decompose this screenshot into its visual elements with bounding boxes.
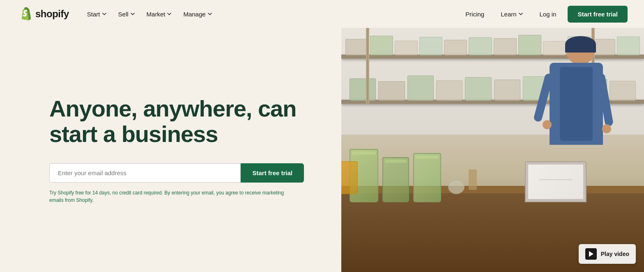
jar <box>610 81 636 101</box>
logo-link[interactable]: shopify <box>16 6 69 22</box>
logo-text: shopify <box>35 8 69 20</box>
jar <box>350 78 376 101</box>
nav-right: Pricing Learn Log in Start free trial <box>460 6 628 23</box>
jar <box>419 37 442 55</box>
hand-left <box>543 120 552 129</box>
laptop <box>525 161 586 202</box>
jar <box>370 36 393 55</box>
nav-start-trial-button[interactable]: Start free trial <box>568 6 628 23</box>
jar <box>395 41 418 55</box>
email-input[interactable] <box>49 163 241 183</box>
orange-jar <box>341 161 358 194</box>
jar <box>345 39 368 55</box>
navbar: shopify Start Sell Market Manage <box>0 0 644 28</box>
hero-title: Anyone, anywhere, can start a business <box>49 96 317 146</box>
shopify-logo-icon <box>16 6 32 22</box>
play-video-button[interactable]: Play video <box>579 244 636 264</box>
jar-lid <box>385 160 407 163</box>
chevron-down-icon <box>518 11 523 16</box>
hand-right <box>602 124 611 133</box>
nav-learn-link[interactable]: Learn <box>496 7 528 21</box>
bowl <box>448 180 465 194</box>
chevron-down-icon <box>167 11 172 16</box>
jar-lid <box>352 151 376 155</box>
jar <box>407 75 434 101</box>
laptop-screen-content <box>528 165 583 199</box>
chevron-down-icon <box>102 11 107 16</box>
jar <box>494 38 517 55</box>
fine-print-text: Try Shopify free for 14 days, no credit … <box>49 189 288 204</box>
person-apron <box>560 67 593 141</box>
shelf-bracket <box>366 28 369 104</box>
nav-item-manage[interactable]: Manage <box>178 7 217 21</box>
jar <box>494 80 520 101</box>
jar <box>378 81 405 101</box>
hero-section: Anyone, anywhere, can start a business S… <box>0 28 341 272</box>
play-triangle <box>589 251 593 257</box>
start-trial-button[interactable]: Start free trial <box>241 163 304 183</box>
large-jar-2 <box>382 157 409 202</box>
large-jar-3 <box>413 153 441 202</box>
jar <box>444 40 467 55</box>
bottle <box>469 169 477 190</box>
nav-item-market[interactable]: Market <box>142 7 177 21</box>
jar <box>436 80 462 101</box>
jar-lid <box>416 155 439 159</box>
laptop-screen <box>528 165 583 199</box>
play-icon <box>585 248 597 260</box>
jar <box>617 37 640 55</box>
hero-image-section: Play video <box>341 28 644 272</box>
person-hair <box>565 36 596 53</box>
main-content: Anyone, anywhere, can start a business S… <box>0 28 644 272</box>
nav-item-start[interactable]: Start <box>82 7 112 21</box>
nav-item-sell[interactable]: Sell <box>113 7 140 21</box>
nav-links: Start Sell Market Manage <box>82 7 461 21</box>
nav-pricing-link[interactable]: Pricing <box>460 7 489 21</box>
chevron-down-icon <box>207 11 212 16</box>
shop-scene: Play video <box>341 28 644 272</box>
jar <box>469 37 492 55</box>
nav-login-link[interactable]: Log in <box>535 7 561 21</box>
jar <box>465 77 491 101</box>
chevron-down-icon <box>130 11 135 16</box>
screen-line <box>539 179 572 180</box>
email-form: Start free trial <box>49 163 304 183</box>
